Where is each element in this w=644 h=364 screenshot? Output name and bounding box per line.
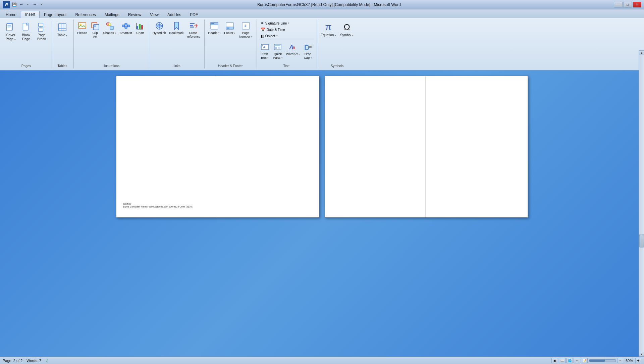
blank-page-label: BlankPage — [22, 33, 30, 41]
web-layout-btn[interactable]: 🌐 — [566, 358, 573, 363]
doc-page-2[interactable] — [218, 76, 319, 217]
chart-button[interactable]: Chart — [134, 20, 146, 42]
text-box-button[interactable]: A TextBox ▾ — [259, 41, 271, 63]
cross-reference-button[interactable]: Cross-reference — [185, 20, 202, 42]
scroll-down-arrow[interactable]: ▼ — [639, 352, 644, 357]
wordart-icon: A A — [288, 43, 297, 51]
doc-page-1[interactable]: GC5X7 Burris Computer Forms* www.pcforms… — [116, 76, 217, 217]
tab-addins[interactable]: Add-Ins — [163, 11, 185, 18]
svg-rect-9 — [7, 28, 11, 28]
word-icon: W — [3, 1, 10, 8]
scrollbar-thumb[interactable] — [639, 234, 644, 247]
svg-line-34 — [124, 24, 125, 26]
picture-button[interactable]: Picture — [76, 20, 89, 42]
svg-rect-6 — [7, 25, 11, 26]
qa-dropdown[interactable]: ▾ — [38, 2, 44, 8]
draft-btn[interactable]: 📝 — [581, 358, 588, 363]
ribbon-group-header-footer: Header ▾ Footer ▾ — [205, 19, 257, 69]
bookmark-button[interactable]: Bookmark — [168, 20, 185, 42]
ribbon-group-pages: CoverPage ▾ BlankPage — [2, 19, 52, 69]
maximize-btn[interactable]: □ — [623, 2, 632, 8]
svg-marker-46 — [174, 22, 178, 30]
text-group-label: Text — [259, 63, 314, 68]
print-layout-btn[interactable]: ▣ — [551, 358, 558, 363]
tables-items: Table ▾ — [54, 20, 71, 63]
tab-view[interactable]: View — [146, 11, 163, 18]
pages-group-label: Pages — [3, 63, 49, 68]
svg-rect-39 — [139, 24, 141, 29]
page-footer: GC5X7 Burris Computer Forms* www.pcforms… — [123, 202, 193, 208]
table-button[interactable]: Table ▾ — [54, 20, 71, 42]
footer-button[interactable]: Footer ▾ — [223, 20, 237, 42]
wordart-label: WordArt ▾ — [286, 52, 300, 56]
cover-page-button[interactable]: CoverPage ▾ — [3, 20, 18, 42]
signature-line-button[interactable]: ✒ Signature Line ▾ — [259, 20, 314, 26]
save-qa-btn[interactable]: 💾 — [11, 2, 17, 8]
tab-review[interactable]: Review — [124, 11, 146, 18]
symbol-button[interactable]: Ω Symbol ▾ — [338, 20, 355, 42]
pages-container: GC5X7 Burris Computer Forms* www.pcforms… — [116, 76, 528, 218]
doc-page-3[interactable] — [325, 76, 426, 217]
tab-home[interactable]: Home — [1, 11, 21, 18]
object-label: Object — [265, 34, 275, 38]
full-reading-btn[interactable]: 📖 — [559, 358, 566, 363]
minimize-btn[interactable]: — — [614, 2, 623, 8]
cover-page-label: CoverPage ▾ — [6, 33, 16, 41]
cover-page-icon — [5, 22, 16, 33]
shapes-button[interactable]: Shapes ▾ — [102, 20, 118, 42]
blank-page-button[interactable]: BlankPage — [19, 20, 34, 42]
wordart-button[interactable]: A A WordArt ▾ — [285, 41, 301, 63]
doc-page-4[interactable] — [427, 76, 528, 217]
ribbon-tabs: Home Insert Page Layout References Maili… — [0, 9, 644, 18]
quick-parts-button[interactable]: QuickParts ▾ — [272, 41, 284, 63]
bookmark-label: Bookmark — [169, 31, 184, 35]
object-icon: ◧ — [261, 34, 264, 38]
drop-cap-button[interactable]: D DropCap ▾ — [302, 41, 314, 63]
drop-cap-label: DropCap ▾ — [304, 52, 312, 60]
chart-icon — [136, 21, 145, 30]
tab-mailings[interactable]: Mailings — [100, 11, 124, 18]
date-time-icon: 📅 — [261, 28, 265, 32]
links-group-label: Links — [151, 63, 202, 68]
clip-art-icon — [91, 21, 100, 30]
object-button[interactable]: ◧ Object ▾ — [259, 33, 314, 39]
title-bar-title: BurrisComputerFormsGC5X7 [Read-Only] [Co… — [257, 2, 401, 7]
tab-references[interactable]: References — [71, 11, 100, 18]
page-number-icon: # — [241, 21, 250, 30]
tab-page-layout[interactable]: Page Layout — [40, 11, 71, 18]
clip-art-button[interactable]: ClipArt — [89, 20, 101, 42]
vertical-scrollbar[interactable]: ▲ ▼ — [639, 71, 644, 357]
page-spread-2 — [325, 76, 528, 218]
svg-rect-8 — [7, 27, 10, 27]
undo-arrow-qa-btn[interactable]: ▾ — [25, 2, 31, 8]
equation-button[interactable]: π Equation ▾ — [319, 20, 338, 42]
undo-qa-btn[interactable]: ↩ — [18, 2, 24, 8]
header-button[interactable]: Header ▾ — [207, 20, 222, 42]
svg-rect-56 — [227, 28, 229, 29]
page-break-button[interactable]: PageBreak — [34, 20, 49, 42]
svg-point-26 — [94, 25, 96, 27]
main-content-area: GC5X7 Burris Computer Forms* www.pcforms… — [0, 71, 644, 364]
date-time-button[interactable]: 📅 Date & Time — [259, 27, 314, 33]
zoom-in-btn[interactable]: + — [635, 358, 641, 363]
tab-pdf[interactable]: PDF — [185, 11, 202, 18]
page-break-icon — [36, 22, 47, 33]
smartart-button[interactable]: SmartArt — [118, 20, 133, 42]
svg-rect-32 — [125, 27, 127, 29]
tab-insert[interactable]: Insert — [21, 11, 40, 18]
picture-icon — [78, 21, 87, 30]
svg-rect-69 — [308, 45, 312, 45]
smartart-label: SmartArt — [119, 31, 132, 35]
symbols-group-label: Symbols — [319, 63, 355, 68]
svg-rect-14 — [38, 28, 43, 32]
zoom-out-btn[interactable]: − — [617, 358, 623, 363]
hyperlink-button[interactable]: Hyperlink — [151, 20, 167, 42]
redo-qa-btn[interactable]: ↪ — [32, 2, 38, 8]
page-number-button[interactable]: # PageNumber ▾ — [237, 20, 254, 42]
svg-line-37 — [127, 26, 127, 28]
close-btn[interactable]: ✕ — [633, 2, 641, 8]
text-items: A TextBox ▾ Qui — [259, 41, 314, 63]
outline-btn[interactable]: ≡ — [574, 358, 580, 363]
object-arrow: ▾ — [276, 35, 278, 37]
spell-check-icon[interactable]: ✓ — [45, 358, 49, 363]
